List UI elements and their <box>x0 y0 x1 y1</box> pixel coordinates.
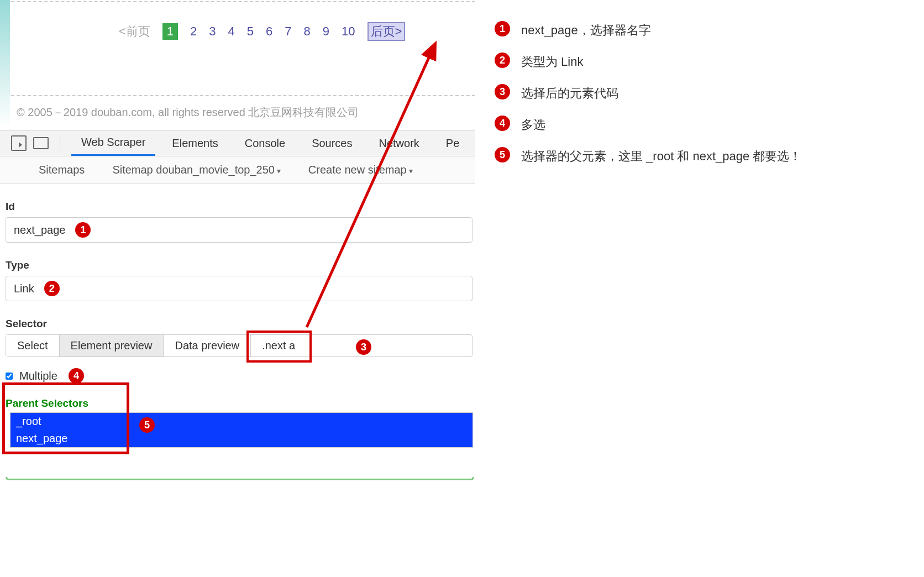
badge-1: 1 <box>75 222 91 238</box>
legend-text-1: next_page，选择器名字 <box>521 21 651 39</box>
type-input[interactable]: Link 2 <box>6 276 473 301</box>
devtools-tabbar: Web Scraper Elements Console Sources Net… <box>0 130 475 156</box>
select-button[interactable]: Select <box>6 335 60 356</box>
page-9[interactable]: 9 <box>323 24 329 39</box>
create-sitemap-dropdown[interactable]: Create new sitemap <box>308 164 413 176</box>
selector-value: .next a <box>262 339 295 352</box>
device-toggle-icon[interactable] <box>33 137 49 149</box>
parent-item-root[interactable]: _root <box>11 413 473 430</box>
legend: 1 next_page，选择器名字 2 类型为 Link 3 选择后的元素代码 … <box>495 21 801 179</box>
multiple-label: Multiple <box>19 370 57 382</box>
sitemap-dropdown[interactable]: Sitemap douban_movie_top_250 <box>112 164 280 176</box>
legend-badge-3: 3 <box>495 84 510 99</box>
selector-row: Select Element preview Data preview .nex… <box>6 334 473 357</box>
legend-badge-5: 5 <box>495 147 510 162</box>
badge-5: 5 <box>139 417 155 433</box>
badge-3: 3 <box>356 339 371 355</box>
selector-label: Selector <box>6 318 475 330</box>
legend-badge-2: 2 <box>495 53 510 68</box>
legend-text-3: 选择后的元素代码 <box>521 84 618 102</box>
tab-elements[interactable]: Elements <box>162 132 228 155</box>
multiple-row: Multiple 4 <box>6 368 475 384</box>
legend-text-2: 类型为 Link <box>521 53 583 71</box>
page-8[interactable]: 8 <box>304 24 311 39</box>
multiple-checkbox[interactable] <box>6 373 13 380</box>
page-2[interactable]: 2 <box>190 24 197 39</box>
legend-text-5: 选择器的父元素，这里 _root 和 next_page 都要选！ <box>521 147 801 165</box>
parent-selectors-label: Parent Selectors <box>6 397 475 410</box>
parent-item-next-page[interactable]: next_page <box>11 430 473 447</box>
devtools-panel: Web Scraper Elements Console Sources Net… <box>0 130 475 448</box>
page-7[interactable]: 7 <box>285 24 291 39</box>
tab-network[interactable]: Network <box>369 132 429 155</box>
tab-more[interactable]: Pe <box>436 132 469 155</box>
tab-console[interactable]: Console <box>235 132 295 155</box>
legend-badge-1: 1 <box>495 21 510 36</box>
selector-input[interactable]: .next a <box>251 335 306 356</box>
page-1[interactable]: 1 <box>162 23 178 40</box>
copyright: © 2005－2019 douban.com, all rights reser… <box>17 105 359 120</box>
legend-text-4: 多选 <box>521 116 545 134</box>
divider-bottom <box>11 95 475 96</box>
parent-selectors-list[interactable]: _root next_page <box>10 412 473 448</box>
tab-web-scraper[interactable]: Web Scraper <box>71 130 155 156</box>
inspect-icon[interactable] <box>11 135 27 151</box>
legend-badge-4: 4 <box>495 116 510 131</box>
id-value: next_page <box>14 224 65 237</box>
webscraper-subbar: Sitemaps Sitemap douban_movie_top_250 Cr… <box>0 156 475 184</box>
badge-2: 2 <box>44 281 60 296</box>
panel-bottom-border <box>6 477 474 480</box>
page-5[interactable]: 5 <box>247 24 254 39</box>
teal-sidebar <box>0 0 10 127</box>
page-3[interactable]: 3 <box>209 24 216 39</box>
prev-page: <前页 <box>119 23 150 40</box>
tab-separator <box>60 135 60 151</box>
page-6[interactable]: 6 <box>266 24 272 39</box>
data-preview-button[interactable]: Data preview <box>164 335 251 356</box>
badge-4: 4 <box>69 368 84 384</box>
element-preview-button[interactable]: Element preview <box>60 335 164 356</box>
next-page[interactable]: 后页> <box>368 22 406 41</box>
id-input[interactable]: next_page 1 <box>6 217 473 243</box>
selector-form: Id next_page 1 Type Link 2 Selector Sele… <box>0 201 475 448</box>
page-10[interactable]: 10 <box>342 24 355 39</box>
id-label: Id <box>6 201 475 213</box>
type-value: Link <box>14 282 34 295</box>
page-4[interactable]: 4 <box>228 24 235 39</box>
pagination: <前页 1 2 3 4 5 6 7 8 9 10 后页> <box>119 22 405 41</box>
divider-top <box>11 1 475 2</box>
sitemaps-link[interactable]: Sitemaps <box>39 164 85 176</box>
type-label: Type <box>6 259 475 271</box>
tab-sources[interactable]: Sources <box>302 132 362 155</box>
